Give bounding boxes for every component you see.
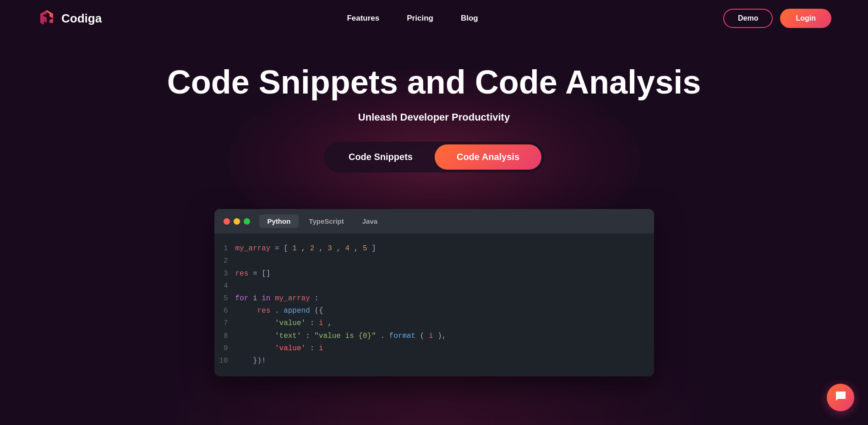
code-content-10: })! bbox=[235, 355, 266, 367]
code-line-2: 2 bbox=[219, 255, 645, 267]
hero-section: Code Snippets and Code Analysis Unleash … bbox=[0, 37, 868, 209]
code-content-5: for i in my_array : bbox=[235, 293, 319, 305]
tab-code-analysis[interactable]: Code Analysis bbox=[435, 144, 541, 170]
svg-marker-2 bbox=[47, 18, 53, 23]
code-line-4: 4 bbox=[219, 280, 645, 293]
navbar: Codiga Features Pricing Blog Demo Login bbox=[0, 0, 868, 37]
line-num-5: 5 bbox=[219, 293, 228, 305]
svg-marker-1 bbox=[40, 10, 47, 25]
demo-button[interactable]: Demo bbox=[723, 9, 773, 28]
code-content-1: my_array = [ 1 , 2 , 3 , 4 , 5 ] bbox=[235, 243, 376, 255]
dot-red bbox=[224, 218, 230, 225]
code-titlebar: Python TypeScript Java bbox=[214, 209, 654, 233]
tab-typescript[interactable]: TypeScript bbox=[300, 215, 352, 228]
code-tabs: Python TypeScript Java bbox=[259, 215, 386, 228]
feature-tabs: Code Snippets Code Analysis bbox=[324, 142, 544, 172]
hero-title: Code Snippets and Code Analysis bbox=[9, 64, 859, 100]
line-num-1: 1 bbox=[219, 243, 228, 255]
tab-code-snippets[interactable]: Code Snippets bbox=[327, 144, 435, 170]
code-line-9: 9 'value' : i bbox=[219, 342, 645, 355]
chat-button[interactable] bbox=[827, 384, 854, 411]
code-line-5: 5 for i in my_array : bbox=[219, 293, 645, 305]
code-line-3: 3 res = [] bbox=[219, 268, 645, 280]
nav-buttons: Demo Login bbox=[723, 9, 831, 28]
tab-java[interactable]: Java bbox=[354, 215, 386, 228]
code-content-9: 'value' : i bbox=[235, 342, 323, 355]
line-num-9: 9 bbox=[219, 342, 228, 355]
code-line-1: 1 my_array = [ 1 , 2 , 3 , 4 , 5 ] bbox=[219, 243, 645, 255]
line-num-6: 6 bbox=[219, 305, 228, 317]
nav-links: Features Pricing Blog bbox=[347, 14, 478, 23]
code-line-10: 10 })! bbox=[219, 355, 645, 367]
nav-blog[interactable]: Blog bbox=[461, 14, 478, 23]
hero-subtitle: Unleash Developer Productivity bbox=[9, 111, 859, 123]
login-button[interactable]: Login bbox=[780, 9, 831, 28]
code-line-6: 6 res . append ({ bbox=[219, 305, 645, 317]
line-num-7: 7 bbox=[219, 317, 228, 330]
chat-icon bbox=[835, 390, 846, 405]
code-content-6: res . append ({ bbox=[235, 305, 323, 317]
code-window-wrapper: Python TypeScript Java 1 my_array = [ 1 … bbox=[205, 209, 663, 376]
code-body: 1 my_array = [ 1 , 2 , 3 , 4 , 5 ] bbox=[214, 233, 654, 376]
logo[interactable]: Codiga bbox=[37, 8, 102, 28]
nav-features[interactable]: Features bbox=[347, 14, 379, 23]
tab-python[interactable]: Python bbox=[259, 215, 299, 228]
logo-text: Codiga bbox=[61, 11, 102, 26]
svg-marker-0 bbox=[47, 10, 53, 18]
line-num-10: 10 bbox=[219, 355, 228, 367]
line-num-2: 2 bbox=[219, 255, 228, 267]
logo-icon bbox=[37, 8, 57, 28]
code-line-8: 8 'text' : "value is {0}" . format ( i )… bbox=[219, 330, 645, 342]
code-window: Python TypeScript Java 1 my_array = [ 1 … bbox=[214, 209, 654, 376]
nav-pricing[interactable]: Pricing bbox=[407, 14, 433, 23]
dot-yellow bbox=[234, 218, 240, 225]
code-content-3: res = [] bbox=[235, 268, 271, 280]
line-num-3: 3 bbox=[219, 268, 228, 280]
code-line-7: 7 'value' : i , bbox=[219, 317, 645, 330]
line-num-4: 4 bbox=[219, 280, 228, 293]
dot-green bbox=[244, 218, 250, 225]
line-num-8: 8 bbox=[219, 330, 228, 342]
code-content-7: 'value' : i , bbox=[235, 317, 332, 330]
window-dots bbox=[224, 218, 250, 225]
code-content-8: 'text' : "value is {0}" . format ( i ), bbox=[235, 330, 447, 342]
